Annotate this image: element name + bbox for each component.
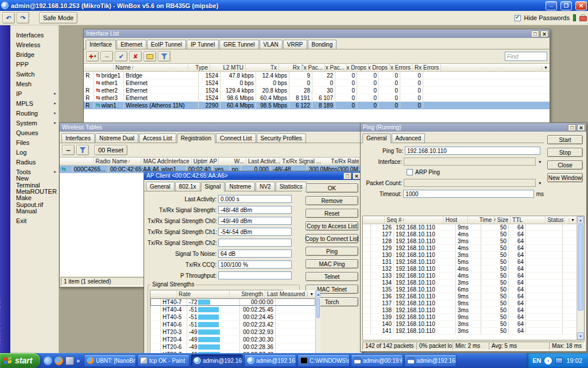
tab[interactable]: Access List: [139, 133, 176, 143]
signal-row[interactable]: HT40-6 -51 00:02:23.42: [150, 321, 315, 328]
column-header[interactable]: AP: [208, 158, 219, 165]
column-header[interactable]: Strength: [230, 290, 265, 298]
ping-row[interactable]: 134 192.168.10.110 3ms 50 64: [363, 279, 577, 286]
network-tray-icon[interactable]: [555, 358, 563, 364]
column-header[interactable]: Tx/Rx Rate: [329, 158, 359, 165]
sidebar-menu-item[interactable]: Files: [10, 137, 59, 147]
hide-passwords-checkbox[interactable]: [514, 15, 521, 21]
sidebar-menu-item[interactable]: Manual: [10, 206, 59, 216]
language-indicator[interactable]: EN: [532, 357, 541, 364]
sidebar-menu-item[interactable]: New Terminal: [10, 177, 59, 186]
hide-icons-chevron-icon[interactable]: [544, 357, 552, 365]
tab[interactable]: Connect List: [216, 133, 256, 143]
app-shortcut-icon[interactable]: [65, 356, 74, 365]
column-header[interactable]: TTL: [510, 216, 546, 224]
arp-ping-checkbox[interactable]: [407, 169, 413, 175]
sidebar-menu-item[interactable]: Wireless: [10, 40, 59, 49]
reset-button[interactable]: 00 Reset: [94, 145, 127, 155]
sidebar-menu-item[interactable]: MPLS: [10, 98, 59, 108]
tab[interactable]: Statistics: [276, 182, 307, 191]
ping-row[interactable]: 126 192.168.10.110 9ms 50 64: [363, 224, 577, 231]
column-header[interactable]: L2 MTU: [210, 64, 246, 71]
sidebar-menu-item[interactable]: Mesh: [10, 79, 59, 89]
taskbar-task-button[interactable]: admin@192.168....: [244, 354, 296, 367]
column-header[interactable]: Rx Errors: [413, 64, 441, 71]
close-icon[interactable]: [540, 30, 548, 37]
column-header[interactable]: Last Measured: [265, 290, 307, 298]
ping-row[interactable]: 141 192.168.10.110 3ms 50 64: [363, 328, 577, 335]
signal-row[interactable]: HT20-4 -49 00:02:30.30: [150, 336, 315, 343]
ping-row[interactable]: 131 192.168.10.110 5ms 50 64: [363, 259, 577, 266]
timeout-input[interactable]: 1000: [403, 190, 533, 198]
taskbar-task-button[interactable]: admin@192.168....: [404, 354, 457, 367]
signal-row[interactable]: HT40-7 -72 00:00:00: [150, 298, 315, 306]
safe-mode-button[interactable]: Safe Mode: [39, 12, 78, 24]
signal-row[interactable]: HT40-4 -51 00:02:25.45: [150, 306, 315, 313]
interface-row[interactable]: R ether2 Ethernet 1524 129.4 kbps 20.8 k…: [84, 87, 550, 94]
tab[interactable]: 802.1x: [175, 182, 200, 191]
column-header[interactable]: W...: [219, 158, 246, 165]
close-button[interactable]: [575, 1, 587, 10]
ping-row[interactable]: 133 192.168.10.110 4ms 50 64: [363, 273, 577, 279]
column-header[interactable]: Rx Pac...: [325, 64, 347, 71]
tab[interactable]: Interfaces: [61, 133, 95, 143]
tab[interactable]: VRRP: [283, 40, 307, 49]
sidebar-menu-item[interactable]: Log: [10, 147, 59, 157]
column-header[interactable]: Name: [114, 64, 188, 71]
filter-button[interactable]: [158, 51, 171, 62]
enable-button[interactable]: [115, 51, 127, 62]
column-selector-button[interactable]: [568, 218, 577, 222]
internet-explorer-icon[interactable]: [44, 356, 52, 365]
scroll-thumb[interactable]: [578, 224, 583, 310]
tab[interactable]: Interface: [86, 40, 116, 49]
taskbar-task-button[interactable]: UBNT: [NanoBrid...: [84, 354, 136, 367]
dialog-button[interactable]: Telnet: [305, 272, 358, 281]
sidebar-menu-item[interactable]: System: [10, 118, 59, 128]
taskbar-task-button[interactable]: admin@00:19:66...: [351, 354, 403, 367]
column-header[interactable]: Type: [188, 64, 210, 71]
scroll-down-icon[interactable]: [577, 332, 584, 340]
column-header[interactable]: Rx: [279, 64, 302, 71]
column-header[interactable]: Tx Pac...: [302, 64, 325, 71]
column-header[interactable]: Time: [468, 216, 494, 224]
sidebar-menu-item[interactable]: Bridge: [10, 49, 59, 59]
tab[interactable]: General: [362, 133, 391, 143]
tab[interactable]: Registration: [177, 133, 215, 143]
dialog-button[interactable]: Remove: [305, 196, 358, 205]
dialog-button[interactable]: Copy to Access List: [305, 221, 358, 231]
column-header[interactable]: Tx/Rx Signal ...: [280, 158, 329, 165]
column-header[interactable]: Interface: [167, 158, 192, 165]
interface-row[interactable]: R wlan1 Wireless (Atheros 11N) 2290 60.4…: [84, 102, 550, 109]
tab[interactable]: General: [146, 182, 175, 191]
signal-scrollbar[interactable]: [315, 290, 320, 353]
dialog-button[interactable]: Close: [547, 160, 583, 170]
taskbar-task-button[interactable]: admin@192.168...: [191, 354, 243, 367]
packet-count-select[interactable]: [404, 179, 536, 187]
column-header[interactable]: [150, 290, 177, 298]
column-header[interactable]: Tx Errors: [390, 64, 413, 71]
scroll-thumb[interactable]: [316, 298, 320, 318]
taskbar-task-button[interactable]: tcp OK - Paint: [137, 354, 189, 367]
tab[interactable]: IP Tunnel: [187, 40, 219, 49]
ping-row[interactable]: 128 192.168.10.110 3ms 50 64: [363, 238, 577, 245]
column-header[interactable]: MAC Address: [141, 158, 167, 165]
scroll-up-icon[interactable]: [316, 290, 320, 298]
ping-row[interactable]: 127 192.168.10.110 4ms 50 64: [363, 231, 577, 238]
column-header[interactable]: Tx Drops: [347, 64, 369, 71]
ping-row[interactable]: 140 192.168.10.110 3ms 50 64: [363, 321, 577, 328]
maximize-button[interactable]: [568, 124, 576, 131]
column-header[interactable]: Last Activit...: [246, 158, 280, 165]
signal-row[interactable]: HT20-6 -49 00:02:28.36: [150, 343, 315, 351]
ping-row[interactable]: 138 192.168.10.110 3ms 50 64: [363, 307, 577, 314]
firefox-icon[interactable]: [55, 356, 63, 365]
add-button[interactable]: [86, 51, 99, 62]
sidebar-menu-item[interactable]: PPP: [10, 59, 59, 69]
tab[interactable]: Ethernet: [117, 40, 146, 49]
tab[interactable]: VLAN: [260, 40, 283, 49]
signal-row[interactable]: HT40-5 -51 00:02:24.45: [150, 313, 315, 321]
tab[interactable]: Advanced: [392, 133, 425, 143]
column-header[interactable]: Seq #: [385, 216, 444, 224]
dialog-button[interactable]: MAC Ping: [305, 259, 358, 269]
interface-select[interactable]: [404, 158, 536, 166]
ping-row[interactable]: 132 192.168.10.110 4ms 50 64: [363, 266, 577, 273]
